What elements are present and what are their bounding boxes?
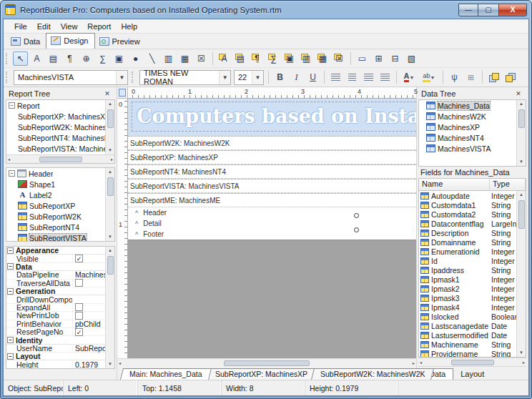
column-header-type[interactable]: Type <box>490 179 526 190</box>
pagebreak-tool-button[interactable]: ⊟ <box>388 51 403 66</box>
field-row[interactable]: Ipmask4Integer <box>419 302 526 312</box>
vertical-scrollbar[interactable]: ▲▼ <box>105 247 114 368</box>
subreport-band[interactable]: SubReportNT4: MachinesNT4 <box>128 164 416 179</box>
collapse-icon[interactable]: − <box>7 337 14 343</box>
dbcheckbox-tool-button[interactable]: ☒ <box>332 51 347 66</box>
subreport-band[interactable]: SubReportVISTA: MachinesVISTA <box>128 179 416 193</box>
menu-help[interactable]: Help <box>116 21 142 32</box>
label-tool-button[interactable]: A <box>29 51 44 66</box>
band-collapse-icon[interactable]: ^ <box>135 231 138 238</box>
dbimage-tool-button[interactable]: ▣ <box>282 51 297 66</box>
report-canvas[interactable]: Computers based on Installed Operating S… <box>128 99 416 358</box>
report-tree-item[interactable]: SubReportXP: MachinesXP <box>6 111 114 122</box>
band-collapse-icon[interactable]: ^ <box>135 220 138 227</box>
collapse-icon[interactable]: − <box>7 353 14 360</box>
underline-button[interactable]: U <box>305 70 320 84</box>
selection-handle[interactable] <box>354 213 359 218</box>
checkbox-icon[interactable] <box>75 312 83 320</box>
align-right-button[interactable] <box>361 70 376 84</box>
ruler-origin-button[interactable] <box>117 87 128 99</box>
horizontal-scrollbar[interactable]: ◂▸ <box>6 154 114 163</box>
property-inspector[interactable]: −AppearanceVisible✓−DataDataPipelineMach… <box>6 246 115 369</box>
title-band[interactable]: Computers based on Installed Operating S… <box>128 99 416 136</box>
field-row[interactable]: IslockedBoolean <box>419 312 526 321</box>
data-tree-item[interactable]: MachinesW2K <box>419 111 526 122</box>
checkbox-tool-button[interactable]: ☒ <box>194 51 209 66</box>
bold-button[interactable]: B <box>272 70 287 84</box>
field-row[interactable]: LastscanagedateDate <box>419 321 526 330</box>
align-left-button[interactable] <box>328 70 343 84</box>
band-label-footer[interactable]: ^Footer <box>128 229 416 240</box>
collapse-icon[interactable]: − <box>7 288 14 295</box>
dbbarcode-tool-button[interactable]: ▥ <box>299 51 314 66</box>
systemvariable-tool-button[interactable]: ⊕ <box>79 51 94 66</box>
maximize-button[interactable]: ▢ <box>478 4 498 16</box>
anchor-button[interactable]: ψ <box>447 70 462 84</box>
barcode-tool-button[interactable]: ▥ <box>161 51 176 66</box>
report-outline-tree[interactable]: −ReportSubReportXP: MachinesXPSubReportW… <box>6 99 115 164</box>
field-row[interactable]: Ipmask1Integer <box>419 275 526 284</box>
align-center-button[interactable] <box>345 70 360 84</box>
chart-tool-button[interactable]: ▧ <box>404 51 419 66</box>
report-tree-item[interactable]: SubReportW2K: MachinesW2K <box>6 122 114 132</box>
layout-tree-item[interactable]: SubReportXP <box>6 200 114 211</box>
vertical-scrollbar[interactable]: ▲▼ <box>516 191 526 357</box>
memo-tool-button[interactable]: ▤ <box>46 51 61 66</box>
report-tree-item[interactable]: SubReportVISTA: MachinesVISTA <box>6 143 114 154</box>
chevron-down-icon[interactable]: ▼ <box>116 71 127 84</box>
field-row[interactable]: DatacontentflagLargeInt <box>419 219 526 228</box>
menu-view[interactable]: View <box>56 21 83 32</box>
field-row[interactable]: Customdata2String <box>419 210 526 219</box>
field-row[interactable]: Ipmask2Integer <box>419 284 526 293</box>
horizontal-scrollbar[interactable]: ◂▸ <box>418 358 526 366</box>
band-label-detail[interactable]: ^Detail <box>128 218 416 229</box>
send-to-back-button[interactable] <box>503 70 518 84</box>
horizontal-scrollbar[interactable]: ◂▸ <box>117 358 416 367</box>
subreport-band[interactable]: SubReportW2K: MachinesW2K <box>128 136 416 150</box>
shape-tool-button[interactable]: ● <box>128 51 143 66</box>
variable-tool-button[interactable]: ∑ <box>95 51 110 66</box>
chevron-down-icon[interactable]: ▼ <box>219 71 230 84</box>
page-tab[interactable]: Main: Machines_Data <box>120 368 212 380</box>
field-row[interactable]: MachinenameString <box>419 340 526 349</box>
bring-to-front-button[interactable] <box>486 70 501 84</box>
vertical-scrollbar[interactable]: ▲▼ <box>516 100 526 166</box>
report-tree-item[interactable]: SubReportNT4: MachinesNT4 <box>6 132 114 143</box>
field-row[interactable]: AutoupdateInteger <box>419 191 526 200</box>
vertical-scrollbar[interactable]: ▲▼ <box>105 168 114 241</box>
title-bar[interactable]: ReportBuilder Pro: Computers based on In… <box>1 1 531 19</box>
selection-handle[interactable] <box>354 227 359 232</box>
italic-button[interactable]: I <box>289 70 304 84</box>
report-tree-root[interactable]: −Report <box>6 100 114 111</box>
field-row[interactable]: Ipmask3Integer <box>419 293 526 302</box>
page-tab[interactable]: SubReportXP: MachinesXP <box>206 368 317 380</box>
menu-edit[interactable]: Edit <box>32 21 56 32</box>
chevron-down-icon[interactable]: ▼ <box>252 71 263 84</box>
checkbox-icon[interactable]: ✓ <box>75 255 83 262</box>
checkbox-icon[interactable] <box>75 303 83 311</box>
richtext-tool-button[interactable]: ¶ <box>62 51 77 66</box>
tab-layout[interactable]: Layout <box>453 369 491 380</box>
borders-button[interactable]: ⊞ <box>463 70 478 84</box>
data-tree-item[interactable]: Machines_Data <box>419 100 526 111</box>
field-row[interactable]: LastusermodifiedDate <box>419 330 526 340</box>
image-tool-button[interactable]: ▣ <box>112 51 127 66</box>
tab-data[interactable]: Data <box>6 34 46 49</box>
layout-tree-item[interactable]: SubReportNT4 <box>6 222 114 232</box>
field-row[interactable]: IpaddressString <box>419 265 526 275</box>
field-row[interactable]: Customdata1String <box>419 200 526 210</box>
vertical-scrollbar[interactable]: ▲▼ <box>105 100 114 154</box>
datapipeline-tree[interactable]: Machines_DataMachinesW2KMachinesXPMachin… <box>418 99 526 167</box>
subreport-band[interactable]: SubReportXP: MachinesXP <box>128 150 416 164</box>
tab-preview[interactable]: Preview <box>95 34 146 49</box>
report-object-combo[interactable]: MachinesVISTA ▼ <box>14 70 128 85</box>
layout-tree-root[interactable]: −Header <box>6 168 114 179</box>
band-collapse-icon[interactable]: ^ <box>135 210 138 217</box>
layout-tree-item[interactable]: ALabel2 <box>6 189 114 200</box>
checkbox-icon[interactable]: ✓ <box>75 328 83 336</box>
collapse-icon[interactable]: − <box>7 263 14 270</box>
align-justify-button[interactable] <box>378 70 393 84</box>
dbcalc-tool-button[interactable]: ∑ <box>266 51 281 66</box>
close-panel-icon[interactable]: ✕ <box>513 90 523 97</box>
subreport-band[interactable]: SubReportME: MachinesME <box>128 193 416 207</box>
